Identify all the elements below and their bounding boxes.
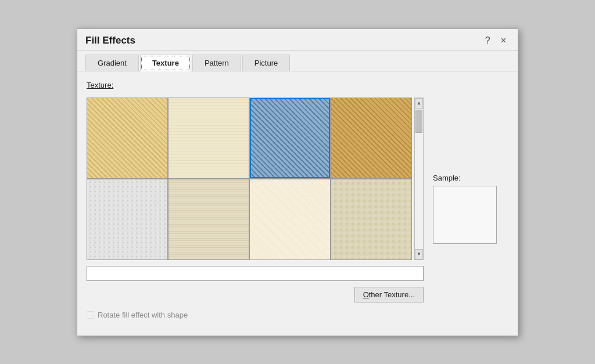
scroll-up-arrow[interactable]: ▲ [415,98,423,109]
scroll-down-arrow[interactable]: ▼ [415,249,423,260]
tabs-row: Gradient Texture Pattern Picture [77,51,518,71]
texture-cell-5[interactable] [87,179,167,260]
texture-grid-wrapper: ▲ ▼ [87,98,424,260]
left-panel: Texture: ▲ ▼ [87,81,424,326]
texture-name-field[interactable] [87,266,424,281]
scrollbar-track: ▲ ▼ [414,98,424,260]
help-button[interactable]: ? [482,35,494,46]
texture-cell-2[interactable] [169,98,249,178]
right-panel: Sample: [433,81,508,326]
texture-cell-7[interactable] [250,179,330,260]
other-texture-button[interactable]: Other Texture... [354,287,424,302]
tab-gradient[interactable]: Gradient [85,55,139,71]
tab-pattern[interactable]: Pattern [192,55,241,71]
other-texture-row: Other Texture... [87,287,424,302]
texture-cell-3[interactable] [250,98,330,178]
fill-effects-dialog: Fill Effects ? × Gradient Texture Patter… [77,28,518,336]
texture-section-label: Texture: [87,81,424,89]
texture-cell-1[interactable] [87,98,167,178]
close-button[interactable]: × [497,35,510,46]
scroll-thumb[interactable] [415,110,422,133]
title-bar-controls: ? × [482,35,510,46]
texture-grid [87,98,412,260]
texture-cell-4[interactable] [331,98,411,178]
texture-cell-8[interactable] [331,179,411,260]
dialog-title: Fill Effects [85,35,135,46]
rotate-checkbox-label: Rotate fill effect with shape [98,311,188,319]
rotate-checkbox[interactable] [87,311,94,319]
rotate-checkbox-row: Rotate fill effect with shape [87,311,424,319]
sample-label: Sample: [433,174,461,182]
tab-texture[interactable]: Texture [140,55,191,71]
tab-picture[interactable]: Picture [242,55,290,71]
sample-box [433,186,497,244]
dialog-body: Texture: ▲ ▼ [77,71,518,336]
title-bar: Fill Effects ? × [77,29,518,51]
texture-cell-6[interactable] [169,179,249,260]
